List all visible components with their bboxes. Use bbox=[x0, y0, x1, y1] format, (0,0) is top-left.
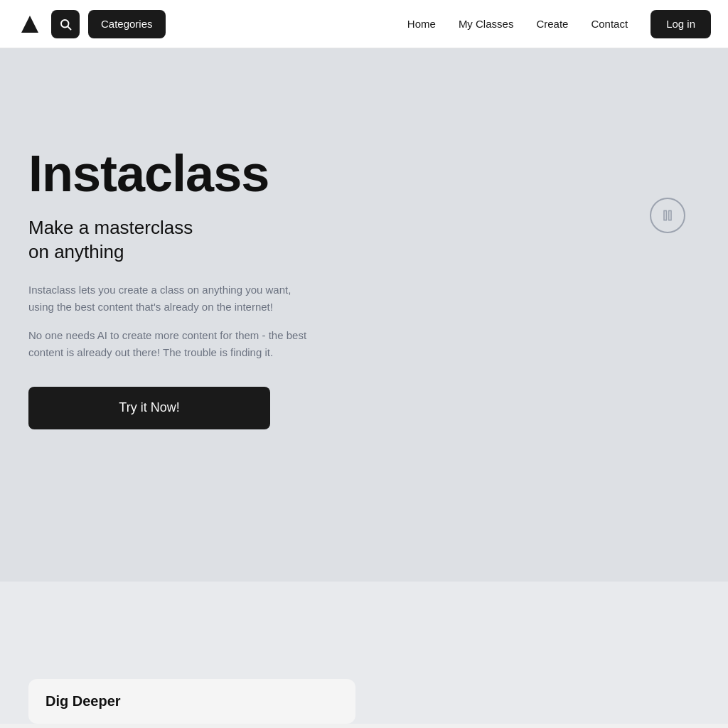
svg-marker-0 bbox=[21, 16, 38, 33]
hero-desc2: No one needs AI to create more content f… bbox=[28, 327, 313, 361]
nav-create[interactable]: Create bbox=[536, 18, 568, 30]
svg-rect-4 bbox=[669, 210, 671, 220]
search-icon bbox=[59, 18, 72, 31]
pause-icon bbox=[660, 208, 675, 223]
logo-icon bbox=[17, 11, 43, 37]
logo[interactable] bbox=[17, 11, 43, 37]
search-button[interactable] bbox=[51, 10, 80, 38]
pause-button[interactable] bbox=[650, 198, 685, 233]
navbar-right: Home My Classes Create Contact Log in bbox=[407, 10, 711, 38]
svg-line-2 bbox=[68, 26, 70, 29]
nav-home[interactable]: Home bbox=[407, 18, 436, 30]
hero-title: Instaclass bbox=[28, 148, 313, 199]
below-hero-section: Dig Deeper bbox=[0, 582, 728, 724]
categories-button[interactable]: Categories bbox=[88, 10, 166, 38]
nav-my-classes[interactable]: My Classes bbox=[459, 18, 514, 30]
hero-section: Instaclass Make a masterclasson anything… bbox=[0, 48, 728, 582]
nav-contact[interactable]: Contact bbox=[591, 18, 628, 30]
hero-content: Instaclass Make a masterclasson anything… bbox=[28, 91, 313, 429]
navbar: Categories Home My Classes Create Contac… bbox=[0, 0, 728, 48]
hero-desc1: Instaclass lets you create a class on an… bbox=[28, 282, 313, 316]
svg-rect-3 bbox=[664, 210, 666, 220]
dig-deeper-title: Dig Deeper bbox=[46, 693, 121, 709]
dig-deeper-card: Dig Deeper bbox=[28, 679, 355, 724]
try-now-button[interactable]: Try it Now! bbox=[28, 387, 270, 429]
login-button[interactable]: Log in bbox=[651, 10, 711, 38]
hero-subtitle: Make a masterclasson anything bbox=[28, 216, 313, 264]
navbar-left: Categories bbox=[17, 10, 166, 38]
